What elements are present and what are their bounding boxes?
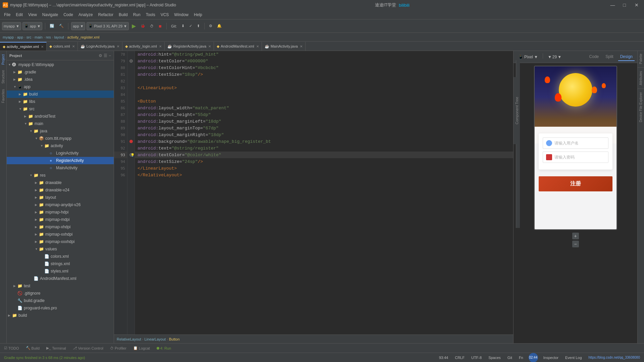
fn-key-indicator[interactable]: Fn xyxy=(518,355,525,360)
breadcrumb-filename[interactable]: activity_register.xml xyxy=(67,35,100,39)
tab-activity-register[interactable]: ◆ activity_register.xml ✕ xyxy=(0,42,47,51)
tree-item-drawable-v24[interactable]: ▶ 📁 drawable-v24 xyxy=(7,186,114,194)
tree-item-mipmap-mdpi[interactable]: ▶ 📁 mipmap-mdpi xyxy=(7,216,114,223)
menu-build[interactable]: Build xyxy=(116,11,130,18)
rp-tab-design[interactable]: Design xyxy=(618,53,635,61)
spaces-indicator[interactable]: Spaces xyxy=(487,355,502,360)
structure-tab-btn[interactable]: Structure xyxy=(1,68,6,86)
breadcrumb-app[interactable]: app xyxy=(17,35,23,39)
tab-login-activity[interactable]: ☕ LoginActivity.java ✕ xyxy=(78,42,122,51)
settings-button[interactable]: ⚙ xyxy=(207,23,214,29)
tree-item-proguard[interactable]: 📄 proguard-rules.pro xyxy=(7,304,114,312)
zoom-in-button[interactable]: + xyxy=(572,233,579,239)
menu-refactor[interactable]: Refactor xyxy=(96,11,116,18)
tree-item-buildgradle[interactable]: 🔧 build.gradle xyxy=(7,297,114,304)
tab-close-activity-register[interactable]: ✕ xyxy=(41,45,44,49)
tree-item-stringsxml[interactable]: 📄 strings.xml xyxy=(7,260,114,267)
tree-item-test[interactable]: ▶ 📁 test xyxy=(7,282,114,290)
breadcrumb-main[interactable]: main xyxy=(35,35,43,39)
component-tree-tab[interactable]: Component Tree xyxy=(514,94,520,127)
breakpoint-79[interactable] xyxy=(129,59,133,63)
profile-button[interactable]: ⏱ xyxy=(148,23,155,29)
tree-item-myapp[interactable]: ▼ 🅐 myapp E:\ttit\myapp xyxy=(7,61,114,68)
profiler-tab[interactable]: ⏱ Profiler xyxy=(107,345,129,351)
breakpoint-91[interactable] xyxy=(129,140,133,143)
project-tab-btn[interactable]: Project xyxy=(1,52,6,67)
tree-item-gitignore[interactable]: 🚫 .gitignore xyxy=(7,290,114,297)
favorites-tab-btn[interactable]: Favorites xyxy=(1,87,6,105)
tree-item-mipmap-anydpi[interactable]: ▶ 📁 mipmap-anydpi-v26 xyxy=(7,201,114,208)
tree-item-colorsxml[interactable]: 📄 colors.xml xyxy=(7,253,114,260)
tree-item-res[interactable]: ▼ 📁 res xyxy=(7,172,114,179)
menu-code[interactable]: Code xyxy=(61,11,76,18)
tree-item-activity-folder[interactable]: ▼ 📁 activity xyxy=(7,142,114,149)
line-ending-indicator[interactable]: CRLF xyxy=(453,355,466,360)
rp-tab-code[interactable]: Code xyxy=(587,53,601,61)
tree-item-stylesxml[interactable]: 📄 styles.xml xyxy=(7,267,114,275)
encoding-indicator[interactable]: UTF-8 xyxy=(470,355,483,360)
bc-button[interactable]: Button xyxy=(169,337,180,341)
tab-activity-login[interactable]: ◆ activity_login.xml ✕ xyxy=(122,42,165,51)
tab-close-main[interactable]: ✕ xyxy=(300,45,303,48)
tree-item-mipmap-xhdpi[interactable]: ▶ 📁 mipmap-xhdpi xyxy=(7,223,114,231)
tab-close-activity-login[interactable]: ✕ xyxy=(159,45,162,48)
breadcrumb-layout[interactable]: layout xyxy=(54,35,64,39)
git-push-button[interactable]: ⬆ xyxy=(195,23,202,29)
tree-item-androidmanifest[interactable]: 📄 AndroidManifest.xml xyxy=(7,275,114,282)
tree-item-java[interactable]: ▼ 📁 java xyxy=(7,127,114,135)
tab-close-login[interactable]: ✕ xyxy=(117,45,119,48)
sidebar-collapse-icon[interactable]: − xyxy=(109,53,111,58)
tree-item-app[interactable]: ▼ 📱 app xyxy=(7,83,114,90)
menu-navigate[interactable]: Navigate xyxy=(40,11,61,18)
tree-item-values[interactable]: ▼ 📁 values xyxy=(7,245,114,253)
inspector-button[interactable]: Inspector xyxy=(542,355,560,360)
tree-item-layout[interactable]: ▶ 📁 layout xyxy=(7,194,114,201)
rp-tab-split[interactable]: Split xyxy=(603,53,615,61)
sidebar-filter-icon[interactable]: ☰ xyxy=(104,53,107,58)
tree-item-registeractivity[interactable]: ● RegisterActivity xyxy=(7,157,114,164)
git-branch-indicator[interactable]: Git xyxy=(506,355,514,360)
tab-close-register[interactable]: ✕ xyxy=(208,45,211,48)
breadcrumb-src[interactable]: src xyxy=(26,35,32,39)
run-button[interactable]: ▶ xyxy=(130,22,138,30)
tree-item-idea[interactable]: ▶ 📁 .idea xyxy=(7,76,114,83)
close-button[interactable]: ✕ xyxy=(632,2,641,8)
breadcrumb-res[interactable]: res xyxy=(46,35,51,39)
tree-item-build[interactable]: ▶ 📁 build xyxy=(7,90,114,98)
tree-item-androidtest[interactable]: ▶ 📁 androidTest xyxy=(7,113,114,120)
code-content[interactable]: android:hint="@string/pwd_hint" android:… xyxy=(135,51,513,335)
debug-button[interactable]: 🐞 xyxy=(139,23,147,29)
sidebar-gear-icon[interactable]: ⚙ xyxy=(99,53,102,58)
line-col-indicator[interactable]: 93:44 xyxy=(438,355,450,360)
menu-window[interactable]: Window xyxy=(171,11,191,18)
menu-vcs[interactable]: VCS xyxy=(158,11,172,18)
menu-run[interactable]: Run xyxy=(130,11,143,18)
menu-analyze[interactable]: Analyze xyxy=(76,11,96,18)
tree-item-build-root[interactable]: ▶ 📁 build xyxy=(7,312,114,319)
menu-file[interactable]: File xyxy=(1,11,13,18)
maximize-button[interactable]: □ xyxy=(621,2,628,8)
tree-item-mipmap-hdpi[interactable]: ▶ 📁 mipmap-hdpi xyxy=(7,208,114,216)
tree-item-package[interactable]: ▼ 📦 com.ttit.myapp xyxy=(7,135,114,142)
tree-item-mipmap-xxhdpi[interactable]: ▶ 📁 mipmap-xxhdpi xyxy=(7,231,114,238)
tab-manifest[interactable]: ◆ AndroidManifest.xml ✕ xyxy=(214,42,262,51)
bc-relativelayout[interactable]: RelativeLayout xyxy=(117,337,141,341)
version-control-tab[interactable]: ⎇ Version Control xyxy=(70,345,106,351)
menu-help[interactable]: Help xyxy=(191,11,205,18)
stop-button[interactable]: ⏹ xyxy=(157,23,164,29)
event-log-button[interactable]: Event Log xyxy=(564,355,583,360)
tab-colors[interactable]: ◆ colors.xml ✕ xyxy=(47,42,78,51)
menu-tools[interactable]: Tools xyxy=(143,11,158,18)
run-tab[interactable]: 4: Run xyxy=(154,345,174,351)
tree-item-libs[interactable]: ▶ 📁 libs xyxy=(7,98,114,105)
tab-close-manifest[interactable]: ✕ xyxy=(256,45,259,48)
minimize-button[interactable]: — xyxy=(608,2,617,8)
palette-tab[interactable]: Palette xyxy=(638,52,643,65)
tree-item-drawable[interactable]: ▶ 📁 drawable xyxy=(7,179,114,186)
logcat-tab[interactable]: 📋 Logcat xyxy=(130,345,153,351)
tree-item-src[interactable]: ▼ 📁 src xyxy=(7,105,114,113)
device-file-explorer-tab[interactable]: Device File Explorer xyxy=(638,91,643,123)
run-config-dropdown[interactable]: app ▼ xyxy=(71,22,85,30)
code-editor[interactable]: 78 79 80 81 82 83 84 85 86 87 88 89 90 9… xyxy=(114,51,513,335)
git-update-button[interactable]: ⬇ xyxy=(180,23,186,29)
